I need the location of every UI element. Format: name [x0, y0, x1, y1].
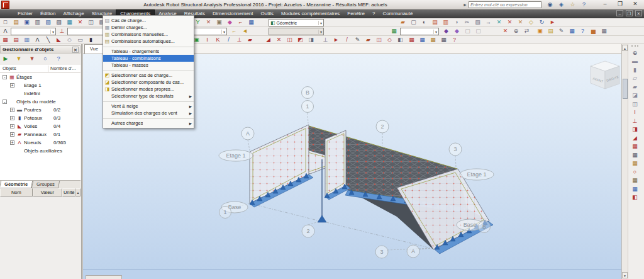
slab-tool[interactable]: ▱: [630, 74, 640, 82]
close-button[interactable]: ✕: [628, 0, 643, 9]
help-icon[interactable]: ?: [580, 1, 588, 8]
nodes-tool[interactable]: ⊕: [630, 49, 640, 57]
menubar-item[interactable]: Outils: [257, 9, 277, 18]
special-selection[interactable]: ▣: [215, 18, 223, 26]
stack-vertical[interactable]: ▥: [441, 18, 450, 26]
flag-mark[interactable]: ►: [332, 36, 340, 43]
tree-item[interactable]: + ▮ Poteaux 0/3: [0, 114, 80, 122]
supports[interactable]: ⊥: [235, 36, 243, 43]
sign-in-icon[interactable]: ◈: [557, 1, 565, 8]
menu-item[interactable]: ▥ Combinaisons manuelles... ▶: [103, 31, 194, 38]
search-icon[interactable]: ○: [41, 55, 50, 62]
open-folder[interactable]: ▤: [12, 18, 20, 26]
tree-item[interactable]: + Λ Noeuds 0/365: [0, 139, 80, 147]
line-draw[interactable]: /: [343, 36, 351, 43]
horizontal-scrollbar-tab[interactable]: [86, 275, 122, 279]
tree-expander[interactable]: +: [10, 83, 14, 88]
building-tool[interactable]: ▦: [630, 176, 640, 184]
tree-expander[interactable]: -: [3, 75, 7, 79]
numbering-table[interactable]: ▤: [12, 36, 20, 43]
chart-bars[interactable]: ▅: [589, 27, 597, 35]
menu-item[interactable]: ▦ Définir charges... ▶: [103, 24, 194, 31]
layout-selector-combo[interactable]: ◧ Géométrie ▾: [269, 19, 324, 26]
scroll-down-icon[interactable]: ▼: [622, 272, 628, 278]
snap-axis[interactable]: ⊕: [512, 27, 520, 35]
table-stresses[interactable]: ▦: [440, 36, 448, 43]
tree-expander[interactable]: +: [10, 108, 14, 112]
measure-ruler[interactable]: ⊥: [321, 36, 330, 43]
screen-capture[interactable]: ▦: [65, 18, 74, 26]
table-forces[interactable]: ▦: [429, 36, 437, 43]
help-topics[interactable]: ?: [579, 27, 587, 35]
column-tool[interactable]: ▮: [630, 66, 640, 74]
favorites-star-icon[interactable]: ☆: [569, 1, 577, 8]
menu-item[interactable]: Tableau - chargements ▶: [103, 47, 194, 55]
menu-item[interactable]: Autres charges ▶: [103, 118, 194, 127]
section-cut-tool[interactable]: ◧: [630, 193, 640, 201]
delete-mesh[interactable]: ✕: [275, 36, 283, 43]
folder-open[interactable]: ▤: [547, 27, 555, 35]
table-red-tool[interactable]: ▦: [630, 142, 640, 150]
menu-item[interactable]: Sélectionner type de résultats ▶: [103, 93, 194, 100]
menu-item[interactable]: ▤ Cas de charge... ▶: [103, 17, 194, 24]
child-restore-button[interactable]: ❐: [626, 10, 633, 16]
menu-item[interactable]: Tableau - combinaisons ▶: [103, 55, 194, 62]
table-load-tool[interactable]: ▦: [630, 159, 640, 167]
grid-header-valeur[interactable]: Valeur: [33, 188, 63, 196]
tree-item[interactable]: + Etage 1: [0, 81, 80, 89]
tree-item[interactable]: + ▰ Panneaux 0/1: [0, 130, 80, 139]
object-b[interactable]: ◆: [453, 27, 461, 35]
scrollbar-thumb[interactable]: [623, 79, 628, 99]
print[interactable]: ▥: [33, 18, 42, 26]
menu-item[interactable]: ◩ Sélectionner cas de charge... ▶: [103, 71, 194, 79]
section-ibeam[interactable]: I: [203, 36, 211, 43]
combo-arrow-icon[interactable]: ▾: [433, 30, 438, 34]
crane-loads[interactable]: ⌐: [230, 27, 238, 35]
grid-header-unite[interactable]: Unité: [62, 188, 75, 196]
column-nombre[interactable]: Nombre d'...: [50, 65, 76, 71]
project-browser[interactable]: ▦: [247, 18, 255, 26]
menu-item[interactable]: Simulation des charges de vent ▶: [103, 110, 194, 117]
orbit-view[interactable]: ◐: [420, 18, 428, 26]
bar-division[interactable]: ◫: [286, 36, 294, 43]
support-tool[interactable]: ⊥: [630, 117, 640, 125]
copy[interactable]: ◫: [87, 18, 95, 26]
menubar-item[interactable]: Édition: [36, 9, 59, 18]
search-input[interactable]: [469, 1, 541, 8]
delete[interactable]: ✕: [76, 18, 84, 26]
k-release[interactable]: ◩: [296, 36, 304, 43]
node-create[interactable]: Λ: [33, 36, 42, 43]
table-reactions[interactable]: ▦: [408, 36, 416, 43]
search-document[interactable]: ▨: [55, 18, 63, 26]
opening-tool[interactable]: ◫: [630, 100, 640, 108]
load-ramp-tool[interactable]: ◢: [630, 134, 640, 142]
render-brush[interactable]: ▰: [399, 18, 407, 26]
brush-format[interactable]: ▰: [364, 36, 372, 43]
node-selection-combo[interactable]: ▾: [11, 28, 56, 35]
window-layout[interactable]: ▣: [536, 27, 544, 35]
menu-item[interactable]: Tableau - masses ▶: [103, 62, 194, 69]
bar-create[interactable]: ╲: [44, 36, 52, 43]
translate-view[interactable]: →: [484, 18, 492, 26]
table-gray-tool[interactable]: ▦: [630, 151, 640, 159]
minimize-button[interactable]: –: [597, 0, 613, 9]
link-tool[interactable]: ○: [630, 168, 640, 176]
render-flower[interactable]: ◆: [226, 18, 234, 26]
app-logo-icon[interactable]: [1, 1, 9, 9]
tools-wrench[interactable]: ⌐: [236, 18, 245, 26]
section-ibeam-tool[interactable]: I: [630, 108, 640, 116]
tree-expander[interactable]: +: [10, 124, 14, 128]
menubar-item[interactable]: Dimensionnement: [209, 9, 257, 18]
viewport-vertical-scrollbar[interactable]: ▲ ▼: [621, 44, 628, 279]
search-expand-icon[interactable]: ►: [463, 3, 467, 7]
solid-view[interactable]: ◧: [396, 36, 404, 43]
polyline-contour[interactable]: ◇: [65, 36, 74, 43]
combo-arrow-icon[interactable]: ▾: [221, 30, 226, 34]
tree-item[interactable]: Objets auxiliaires: [0, 147, 80, 155]
window-grid[interactable]: ▦: [600, 27, 608, 35]
structure-bars[interactable]: ▦: [390, 27, 398, 35]
menubar-item[interactable]: Fichier: [14, 9, 36, 18]
wall-create[interactable]: ◣: [55, 36, 63, 43]
tree-expander[interactable]: +: [10, 132, 14, 137]
building-axes[interactable]: ▦: [1, 36, 9, 43]
